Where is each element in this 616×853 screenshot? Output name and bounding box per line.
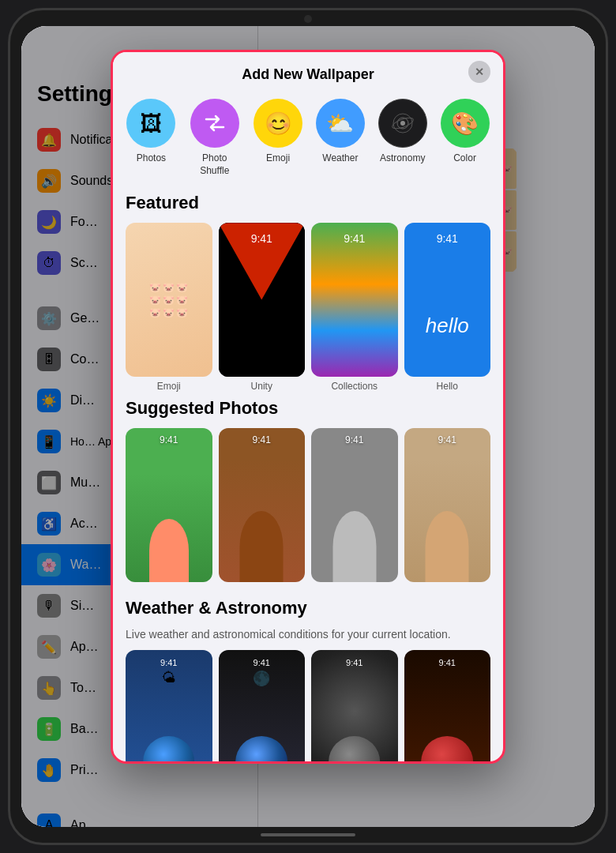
collections-time: 9:41	[311, 232, 398, 245]
ipad-frame: Settings 🔔 Notifications 🔊 Sounds… 🌙 Fo……	[8, 8, 608, 845]
unity-time: 9:41	[219, 232, 306, 245]
weather-thumb-2[interactable]: 9:41 🌑	[219, 650, 306, 762]
featured-item-unity[interactable]: 9:41 Unity	[219, 223, 306, 392]
emoji-type-icon: 😊	[254, 99, 302, 148]
modal-overlay: Add New Wallpaper ✕ 🖼 Photos	[21, 26, 595, 827]
hello-featured-label: Hello	[404, 381, 491, 392]
weather-thumb-3[interactable]: 9:41	[311, 650, 398, 762]
weather-time-1: 9:41	[126, 658, 212, 667]
ipad-screen: Settings 🔔 Notifications 🔊 Sounds… 🌙 Fo……	[21, 26, 595, 827]
weather-astronomy-section: Weather & Astronomy Live weather and ast…	[126, 598, 490, 762]
wallpaper-types: 🖼 Photos Photo Shuffle 😊 Emoji	[113, 91, 503, 193]
unity-featured-label: Unity	[219, 381, 306, 392]
photo-time-2: 9:41	[219, 434, 306, 445]
featured-item-hello[interactable]: 9:41 hello Hello	[404, 223, 491, 392]
featured-item-collections[interactable]: 9:41 Collections	[311, 223, 398, 392]
person-silhouette-4	[426, 511, 469, 582]
suggested-photo-3[interactable]: 9:41	[311, 428, 398, 582]
emoji-featured-label: Emoji	[126, 381, 212, 392]
featured-section-title: Featured	[126, 193, 490, 213]
type-weather[interactable]: ⛅ Weather	[316, 99, 365, 177]
camera-notch	[304, 15, 312, 23]
weather-time-4: 9:41	[404, 658, 491, 667]
hello-thumb: 9:41 hello	[404, 223, 491, 377]
weather-thumb-4[interactable]: 9:41	[404, 650, 491, 762]
person-silhouette-3	[332, 511, 376, 582]
type-emoji[interactable]: 😊 Emoji	[254, 99, 302, 177]
featured-grid: 🐷 🐷 🐷 🐷 🐷 🐷 🐷 🐷 🐷	[126, 223, 490, 392]
type-photo-shuffle[interactable]: Photo Shuffle	[189, 99, 240, 177]
type-photos[interactable]: 🖼 Photos	[126, 99, 175, 177]
suggested-photo-2[interactable]: 9:41	[219, 428, 306, 582]
suggested-photo-1[interactable]: 9:41	[126, 428, 212, 582]
weather-type-icon: ⛅	[316, 99, 365, 148]
weather-icons-2: 🌑	[219, 670, 306, 687]
weather-type-label: Weather	[322, 152, 358, 165]
photo-time-3: 9:41	[311, 434, 398, 445]
earth-image	[143, 736, 195, 761]
weather-grid: 9:41 🌤 9:41 🌑	[126, 650, 490, 762]
photo-time-4: 9:41	[404, 434, 491, 445]
featured-item-emoji[interactable]: 🐷 🐷 🐷 🐷 🐷 🐷 🐷 🐷 🐷	[126, 223, 212, 392]
color-type-label: Color	[453, 152, 476, 165]
suggested-photos-title: Suggested Photos	[126, 398, 490, 419]
modal-title: Add New Wallpaper	[242, 66, 374, 83]
photo-shuffle-type-label: Photo Shuffle	[189, 152, 240, 177]
mars-image	[421, 736, 473, 761]
astronomy-type-icon	[378, 99, 427, 148]
astronomy-type-label: Astronomy	[380, 152, 425, 165]
weather-thumb-1[interactable]: 9:41 🌤	[126, 650, 212, 762]
modal-header: Add New Wallpaper ✕	[113, 52, 503, 91]
suggested-photos-grid: 9:41 9:41 9:41 9:41	[126, 428, 490, 582]
emoji-thumb: 🐷 🐷 🐷 🐷 🐷 🐷 🐷 🐷 🐷	[126, 223, 212, 377]
modal-close-button[interactable]: ✕	[468, 61, 490, 83]
home-indicator	[261, 833, 355, 836]
type-astronomy[interactable]: Astronomy	[378, 99, 427, 177]
photo-shuffle-type-icon	[190, 99, 239, 148]
earth-image-2	[235, 736, 287, 761]
hello-text: hello	[404, 314, 491, 338]
modal-scrollable-content[interactable]: Featured 🐷 🐷 🐷 🐷 🐷	[113, 193, 503, 761]
svg-point-2	[400, 121, 405, 126]
collections-featured-label: Collections	[311, 381, 398, 392]
type-color[interactable]: 🎨 Color	[441, 99, 490, 177]
person-silhouette-2	[240, 511, 284, 582]
suggested-photo-4[interactable]: 9:41	[404, 428, 491, 582]
unity-thumb: 9:41	[219, 223, 306, 377]
add-wallpaper-modal: Add New Wallpaper ✕ 🖼 Photos	[111, 50, 505, 764]
photos-type-icon: 🖼	[126, 99, 175, 148]
weather-astronomy-title: Weather & Astronomy	[126, 598, 490, 618]
emoji-type-label: Emoji	[266, 152, 290, 165]
hello-time: 9:41	[404, 232, 491, 245]
emoji-grid: 🐷 🐷 🐷 🐷 🐷 🐷 🐷 🐷 🐷	[145, 277, 193, 323]
weather-icons-1: 🌤	[126, 670, 212, 686]
photos-type-label: Photos	[137, 152, 166, 165]
weather-time-3: 9:41	[311, 658, 398, 667]
moon-image	[329, 736, 381, 761]
collections-thumb: 9:41	[311, 223, 398, 377]
weather-time-2: 9:41	[219, 658, 306, 667]
weather-astronomy-description: Live weather and astronomical conditions…	[126, 628, 490, 641]
photo-time-1: 9:41	[126, 434, 212, 445]
person-silhouette-1	[149, 519, 189, 582]
color-type-icon: 🎨	[441, 99, 490, 148]
